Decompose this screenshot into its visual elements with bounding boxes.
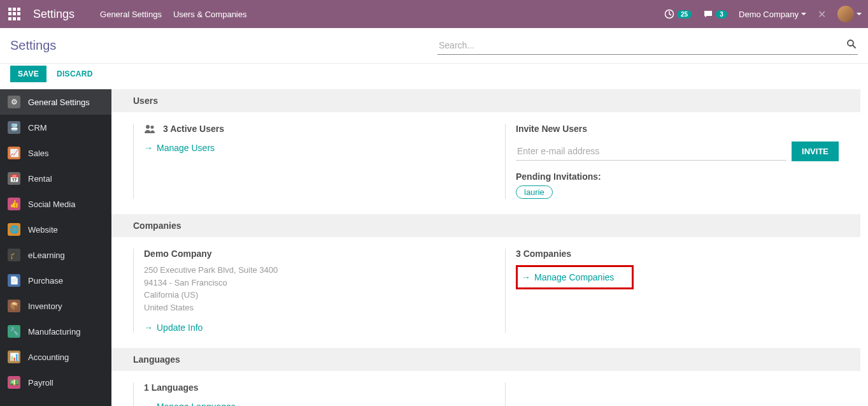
sidebar-item-label: CRM <box>28 123 47 133</box>
rental-icon: 📅 <box>8 172 20 185</box>
section-header-languages: Languages <box>111 348 860 371</box>
arrow-right-icon: → <box>144 323 153 333</box>
sidebar-item-manufacturing[interactable]: 🔧Manufacturing <box>0 319 111 344</box>
general-settings-icon: ⚙ <box>8 96 20 108</box>
topbar-right: 25 3 Demo Company ✕ <box>664 6 862 22</box>
svg-line-2 <box>853 45 855 48</box>
clock-icon <box>664 9 674 19</box>
invite-new-users-label: Invite New Users <box>516 124 839 134</box>
user-menu[interactable] <box>837 6 862 22</box>
action-row: SAVE DISCARD <box>0 64 868 89</box>
sidebar-item-label: Social Media <box>28 199 75 209</box>
body: ⚙General Settings📇CRM📈Sales📅Rental👍Socia… <box>0 89 868 406</box>
elearning-icon: 🎓 <box>8 249 20 261</box>
sidebar-item-website[interactable]: 🌐Website <box>0 217 111 242</box>
messages-badge: 3 <box>716 10 727 18</box>
search-wrap <box>438 36 858 55</box>
purchase-icon: 📄 <box>8 274 20 287</box>
invite-email-input[interactable] <box>516 142 786 161</box>
sidebar-item-purchase[interactable]: 📄Purchase <box>0 268 111 293</box>
manage-users-label: Manage Users <box>157 143 215 153</box>
section-header-companies: Companies <box>111 214 860 237</box>
sidebar-item-inventory[interactable]: 📦Inventory <box>0 293 111 319</box>
pending-invitations-label: Pending Invitations: <box>516 171 839 182</box>
social-media-icon: 👍 <box>8 198 20 210</box>
addr-line4: United States <box>144 301 467 314</box>
debug-icon[interactable]: ✕ <box>818 8 826 20</box>
invite-row: INVITE <box>516 141 839 161</box>
highlight-box: → Manage Companies <box>516 265 634 289</box>
languages-right-col <box>505 382 839 406</box>
companies-left-col: Demo Company 250 Executive Park Blvd, Su… <box>133 249 467 333</box>
manage-languages-label: Manage Languages <box>157 402 236 406</box>
menu-users-companies[interactable]: Users & Companies <box>173 10 247 19</box>
svg-point-4 <box>151 126 154 129</box>
crm-icon: 📇 <box>8 121 20 134</box>
payroll-icon: 💵 <box>8 376 20 389</box>
company-name-label: Demo Company <box>739 10 799 19</box>
content[interactable]: Users 3 Active Users → Manage Users Invi… <box>111 89 868 406</box>
sidebar-item-label: Rental <box>28 174 52 184</box>
avatar <box>837 6 854 22</box>
addr-line1: 250 Executive Park Blvd, Suite 3400 <box>144 264 467 277</box>
accounting-icon: 📊 <box>8 351 20 363</box>
manage-users-link[interactable]: → Manage Users <box>144 143 215 153</box>
sidebar-item-label: Website <box>28 225 58 235</box>
users-left-col: 3 Active Users → Manage Users <box>133 124 467 199</box>
update-info-label: Update Info <box>157 323 203 333</box>
inventory-icon: 📦 <box>8 300 20 312</box>
sidebar-item-payroll[interactable]: 💵Payroll <box>0 370 111 395</box>
apps-icon[interactable] <box>6 6 23 22</box>
section-header-users: Users <box>111 89 860 112</box>
sidebar-item-label: Payroll <box>28 378 53 388</box>
sidebar-item-crm[interactable]: 📇CRM <box>0 115 111 140</box>
page-title: Settings <box>10 38 56 53</box>
chat-icon <box>703 9 713 19</box>
manage-languages-link[interactable]: → Manage Languages <box>144 402 236 406</box>
invite-button[interactable]: INVITE <box>792 141 839 161</box>
sidebar-item-label: General Settings <box>28 98 90 107</box>
section-body-companies: Demo Company 250 Executive Park Blvd, Su… <box>111 237 860 348</box>
app-title: Settings <box>33 8 75 21</box>
sidebar-item-elearning[interactable]: 🎓eLearning <box>0 242 111 268</box>
addr-line3: California (US) <box>144 289 467 301</box>
menu-general-settings[interactable]: General Settings <box>100 10 162 19</box>
sidebar-item-sales[interactable]: 📈Sales <box>0 140 111 166</box>
discard-button[interactable]: DISCARD <box>49 66 101 82</box>
manage-companies-label: Manage Companies <box>534 272 614 282</box>
sidebar-item-accounting[interactable]: 📊Accounting <box>0 344 111 370</box>
arrow-right-icon: → <box>144 143 153 153</box>
addr-line2: 94134 - San Francisco <box>144 277 467 289</box>
sidebar[interactable]: ⚙General Settings📇CRM📈Sales📅Rental👍Socia… <box>0 89 111 406</box>
languages-count: 1 Languages <box>144 382 467 393</box>
sidebar-item-label: Purchase <box>28 276 63 286</box>
sales-icon: 📈 <box>8 147 20 159</box>
sidebar-item-general-settings[interactable]: ⚙General Settings <box>0 89 111 115</box>
sidebar-item-rental[interactable]: 📅Rental <box>0 166 111 191</box>
languages-left-col: 1 Languages → Manage Languages <box>133 382 467 406</box>
users-right-col: Invite New Users INVITE Pending Invitati… <box>505 124 839 199</box>
messages-indicator[interactable]: 3 <box>703 9 727 19</box>
company-switcher[interactable]: Demo Company <box>739 10 806 19</box>
caret-down-icon <box>857 13 862 15</box>
users-icon <box>144 124 157 134</box>
topbar: Settings General Settings Users & Compan… <box>0 0 868 28</box>
sidebar-item-label: Accounting <box>28 352 69 362</box>
controlbar: Settings <box>0 28 868 64</box>
svg-point-3 <box>146 125 150 129</box>
update-info-link[interactable]: → Update Info <box>144 323 203 333</box>
company-address: 250 Executive Park Blvd, Suite 3400 9413… <box>144 264 467 314</box>
manage-companies-link[interactable]: → Manage Companies <box>522 272 614 282</box>
arrow-right-icon: → <box>144 402 153 406</box>
sidebar-item-label: eLearning <box>28 250 65 260</box>
website-icon: 🌐 <box>8 223 20 236</box>
pending-invite-chip[interactable]: laurie <box>516 185 553 199</box>
search-icon[interactable] <box>846 39 857 49</box>
search-input[interactable] <box>438 36 858 55</box>
activity-indicator[interactable]: 25 <box>664 9 692 19</box>
caret-down-icon <box>801 13 806 15</box>
section-body-users: 3 Active Users → Manage Users Invite New… <box>111 112 860 214</box>
save-button[interactable]: SAVE <box>10 66 46 82</box>
company-name: Demo Company <box>144 249 467 259</box>
sidebar-item-social-media[interactable]: 👍Social Media <box>0 191 111 217</box>
